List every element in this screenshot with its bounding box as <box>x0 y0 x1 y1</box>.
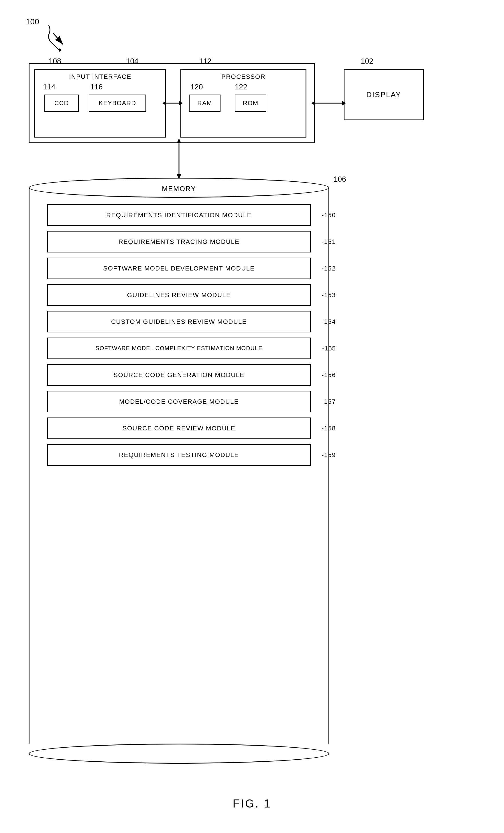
display-label: DISPLAY <box>366 90 401 99</box>
ref-155: -155 <box>322 345 336 352</box>
ref-159: -159 <box>322 451 336 459</box>
svg-marker-10 <box>59 48 61 52</box>
module-151: REQUIREMENTS TRACING MODULE -151 <box>47 231 311 253</box>
module-153: GUIDELINES REVIEW MODULE -153 <box>47 284 311 306</box>
module-157: MODEL/CODE COVERAGE MODULE -157 <box>47 391 311 412</box>
ref-156: -156 <box>322 372 336 379</box>
rom-box: ROM <box>235 95 266 112</box>
module-154: CUSTOM GUIDELINES REVIEW MODULE -154 <box>47 311 311 332</box>
ram-label: RAM <box>197 99 212 107</box>
ref-154: -154 <box>322 318 336 326</box>
ref-106-label: 106 <box>334 175 346 184</box>
ram-box: RAM <box>189 95 221 112</box>
memory-cylinder-bottom <box>29 744 329 764</box>
ref-102-label: 102 <box>361 57 373 66</box>
ref-150: -150 <box>322 212 336 219</box>
display-box: DISPLAY <box>344 69 424 120</box>
processor-label: PROCESSOR <box>221 73 266 80</box>
module-158: SOURCE CODE REVIEW MODULE -158 <box>47 418 311 439</box>
ref-157: -157 <box>322 398 336 405</box>
memory-cylinder-body: REQUIREMENTS IDENTIFICATION MODULE -150 … <box>29 188 329 744</box>
keyboard-label: KEYBOARD <box>99 99 136 107</box>
module-156: SOURCE CODE GENERATION MODULE -156 <box>47 364 311 386</box>
module-155: SOFTWARE MODEL COMPLEXITY ESTIMATION MOD… <box>47 337 311 359</box>
ref-158: -158 <box>322 425 336 432</box>
ref-100-label: 100 <box>26 17 39 26</box>
ccd-label: CCD <box>54 99 69 107</box>
module-152: SOFTWARE MODEL DEVELOPMENT MODULE -152 <box>47 258 311 279</box>
module-159: REQUIREMENTS TESTING MODULE -159 <box>47 444 311 466</box>
memory-label: MEMORY <box>29 185 329 193</box>
input-interface-label: INPUT INTERFACE <box>69 73 131 80</box>
rom-label: ROM <box>243 99 258 107</box>
diagram: 100 108 104 112 102 114 116 120 122 INPU… <box>0 0 504 833</box>
figure-label: FIG. 1 <box>232 797 271 810</box>
keyboard-box: KEYBOARD <box>89 95 146 112</box>
ccd-box: CCD <box>44 95 79 112</box>
ref-153: -153 <box>322 291 336 299</box>
ref-152: -152 <box>322 265 336 272</box>
ref-151: -151 <box>322 238 336 245</box>
module-150: REQUIREMENTS IDENTIFICATION MODULE -150 <box>47 204 311 226</box>
